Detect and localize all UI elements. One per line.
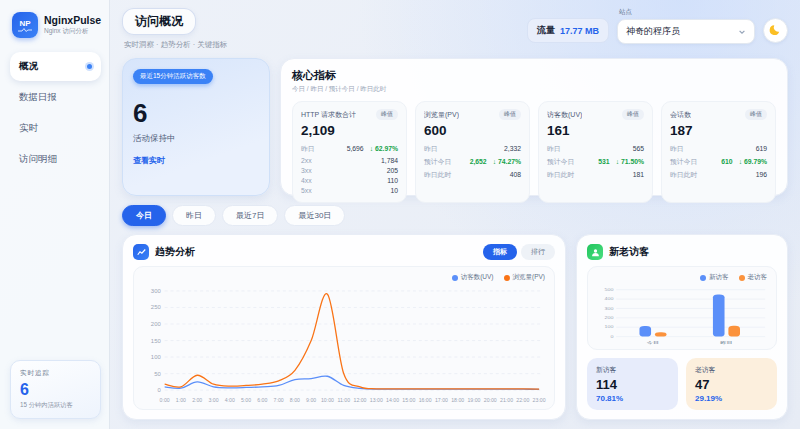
site-select[interactable]: 神奇的程序员 <box>617 19 755 44</box>
trend-legend: 访客数(UV)浏览量(PV) <box>141 272 547 285</box>
legend-dot <box>700 275 706 281</box>
svg-text:200: 200 <box>151 321 162 327</box>
site-select-value: 神奇的程序员 <box>626 25 680 38</box>
metric-row-value: 181 <box>633 171 644 178</box>
svg-text:19:00: 19:00 <box>467 397 480 403</box>
metric-block: 访客数(UV)峰值161昨日565预计今日531↓ 71.50%昨日此时181 <box>538 101 653 203</box>
metric-title: 访客数(UV) <box>547 110 582 120</box>
svg-text:6:00: 6:00 <box>257 397 267 403</box>
metric-row-value: 1,784 <box>381 157 398 164</box>
metric-row-label: 预计今日 <box>547 157 574 167</box>
tab-最近30日[interactable]: 最近30日 <box>284 205 345 226</box>
stat-label: 新访客 <box>596 365 669 375</box>
trend-card-title: 趋势分析 <box>155 245 195 259</box>
metrics-grid: HTTP 请求数合计峰值2,109昨日5,696↓ 62.97%2xx1,784… <box>292 101 776 203</box>
svg-text:100: 100 <box>151 354 162 360</box>
site-select-group: 站点 神奇的程序员 <box>617 8 755 44</box>
svg-text:100: 100 <box>605 325 615 329</box>
main-content: 访问概况 实时洞察 · 趋势分析 · 关键指标 流量 17.77 MB 站点 神… <box>110 0 800 429</box>
svg-text:50: 50 <box>154 371 161 377</box>
metric-row-delta: ↓ 69.79% <box>739 158 767 165</box>
metric-row: 昨日此时408 <box>424 168 521 181</box>
trend-switch-排行[interactable]: 排行 <box>521 244 555 260</box>
svg-text:今日: 今日 <box>647 340 660 344</box>
core-metrics-card: 核心指标 今日 / 昨日 / 预计今日 / 昨日此时 HTTP 请求数合计峰值2… <box>280 58 788 196</box>
metric-row: 预计今日610↓ 69.79% <box>670 155 767 168</box>
svg-text:3:00: 3:00 <box>208 397 218 403</box>
stat-percent: 29.19% <box>695 394 768 403</box>
metric-block: 会话数峰值187昨日619预计今日610↓ 69.79%昨日此时196 <box>661 101 776 203</box>
summary-row: 最近15分钟活跃访客数 6 活动保持中 查看实时 核心指标 今日 / 昨日 / … <box>122 58 788 196</box>
metric-row-value: 196 <box>756 171 767 178</box>
metric-row-label: 昨日 <box>670 144 684 154</box>
metric-header: 浏览量(PV)峰值 <box>424 109 521 120</box>
traffic-label: 流量 <box>537 24 555 37</box>
svg-text:23:00: 23:00 <box>533 397 546 403</box>
traffic-value: 17.77 MB <box>560 26 599 36</box>
svg-text:20:00: 20:00 <box>484 397 497 403</box>
trend-switch-指标[interactable]: 指标 <box>483 244 517 260</box>
legend-label: 老访客 <box>748 273 768 282</box>
metric-title: 浏览量(PV) <box>424 110 459 120</box>
metric-row-value: 408 <box>510 171 521 178</box>
chevron-down-icon <box>738 28 746 36</box>
legend-item: 访客数(UV) <box>452 273 494 282</box>
metric-value: 187 <box>670 123 767 138</box>
visitors-bar-chart: 0100200300400500今日昨日 <box>595 285 769 346</box>
metric-row: 5xx10 <box>301 185 398 195</box>
metric-value: 161 <box>547 123 644 138</box>
app-window: NP NginxPulse Nginx 访问分析 概况数据日报实时访问明细 实时… <box>0 0 800 429</box>
svg-text:400: 400 <box>605 297 615 301</box>
svg-text:14:00: 14:00 <box>386 397 399 403</box>
metric-row-label: 昨日 <box>301 144 315 154</box>
sidebar-item-概况[interactable]: 概况 <box>10 52 101 81</box>
np-logo-icon: NP <box>12 12 38 38</box>
metric-row: 预计今日531↓ 71.50% <box>547 155 644 168</box>
tab-昨日[interactable]: 昨日 <box>172 205 216 226</box>
svg-text:300: 300 <box>151 288 162 294</box>
svg-text:7:00: 7:00 <box>274 397 284 403</box>
metric-header: 会话数峰值 <box>670 109 767 120</box>
trend-line-chart: 0501001502002503000:001:002:003:004:005:… <box>141 285 547 406</box>
visitor-stat-新访客: 新访客11470.81% <box>587 358 678 410</box>
active-visitors-value: 6 <box>133 98 259 129</box>
sidebar-item-访问明细[interactable]: 访问明细 <box>10 145 101 174</box>
svg-text:22:00: 22:00 <box>516 397 529 403</box>
tab-最近7日[interactable]: 最近7日 <box>222 205 278 226</box>
charts-row: 趋势分析 指标排行 访客数(UV)浏览量(PV) 050100150200250… <box>122 234 788 420</box>
metric-row-value: 10 <box>390 187 398 194</box>
sidebar-item-实时[interactable]: 实时 <box>10 114 101 143</box>
stat-value: 47 <box>695 377 768 392</box>
metric-row: 昨日619 <box>670 142 767 155</box>
online-card-title: 实时追踪 <box>20 369 91 378</box>
sidebar: NP NginxPulse Nginx 访问分析 概况数据日报实时访问明细 实时… <box>0 0 110 429</box>
metric-row-value: 619 <box>756 145 767 152</box>
legend-label: 新访客 <box>709 273 729 282</box>
active-visitors-badge: 最近15分钟活跃访客数 <box>133 69 213 84</box>
stat-label: 老访客 <box>695 365 768 375</box>
legend-item: 老访客 <box>739 273 768 282</box>
metric-row-delta: ↓ 62.97% <box>370 145 398 152</box>
svg-text:12:00: 12:00 <box>354 397 367 403</box>
sidebar-item-label: 数据日报 <box>19 91 57 104</box>
sidebar-nav: 概况数据日报实时访问明细 <box>10 52 101 174</box>
visitors-chart-panel: 新访客老访客 0100200300400500今日昨日 <box>587 266 777 350</box>
trend-view-switch: 指标排行 <box>483 244 555 260</box>
svg-text:300: 300 <box>605 307 615 311</box>
svg-text:2:00: 2:00 <box>192 397 202 403</box>
sidebar-item-数据日报[interactable]: 数据日报 <box>10 83 101 112</box>
metric-block: HTTP 请求数合计峰值2,109昨日5,696↓ 62.97%2xx1,784… <box>292 101 407 203</box>
metric-tag: 峰值 <box>376 109 398 120</box>
legend-dot <box>504 275 510 281</box>
visitor-stats: 新访客11470.81%老访客4729.19% <box>587 358 777 410</box>
view-realtime-link[interactable]: 查看实时 <box>133 155 259 166</box>
metric-block: 浏览量(PV)峰值600昨日2,332预计今日2,652↓ 74.27%昨日此时… <box>415 101 530 203</box>
metric-row: 昨日此时196 <box>670 168 767 181</box>
legend-dot <box>452 275 458 281</box>
online-count: 6 <box>20 381 91 399</box>
tab-今日[interactable]: 今日 <box>122 205 166 226</box>
svg-text:0: 0 <box>610 335 614 339</box>
svg-text:250: 250 <box>151 304 162 310</box>
theme-toggle-button[interactable] <box>763 18 788 43</box>
date-range-tabs: 今日昨日最近7日最近30日 <box>122 205 788 226</box>
